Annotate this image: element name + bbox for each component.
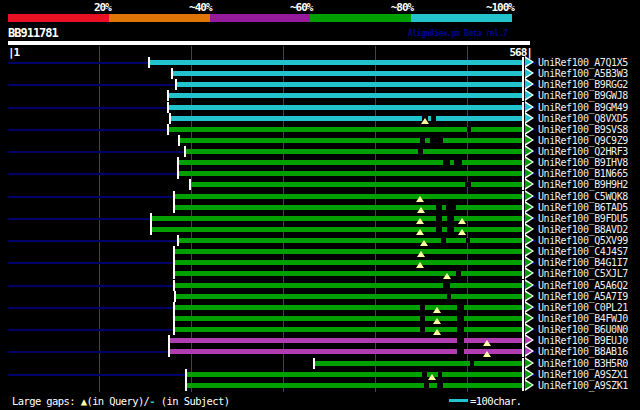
query-gap-triangle bbox=[433, 307, 441, 313]
hit-bar[interactable] bbox=[175, 205, 522, 210]
hit-label[interactable]: UniRef100_B9GM49 bbox=[538, 102, 628, 113]
hit-label[interactable]: UniRef100_Q9C9Z9 bbox=[538, 135, 628, 146]
alignment-end-tick bbox=[522, 369, 524, 380]
hit-label[interactable]: UniRef100_B4FWJ0 bbox=[538, 313, 628, 324]
hit-bar[interactable] bbox=[187, 372, 522, 377]
hit-label[interactable]: UniRef100_A5B3W3 bbox=[538, 68, 628, 79]
hit-bar[interactable] bbox=[179, 160, 522, 165]
hit-bar[interactable] bbox=[152, 216, 522, 221]
query-gap-triangle bbox=[417, 207, 425, 213]
hit-bar[interactable] bbox=[175, 271, 522, 276]
alignment-end-tick bbox=[522, 179, 524, 190]
alignment-start-tick bbox=[167, 124, 169, 135]
query-bar bbox=[8, 41, 530, 45]
hit-bar[interactable] bbox=[175, 316, 522, 321]
subject-gap-dash bbox=[465, 182, 471, 187]
identity-scale-label: ~80% bbox=[343, 1, 413, 14]
alignment-rows: UniRef100_A7Q1X5UniRef100_A5B3W3UniRef10… bbox=[8, 57, 640, 393]
hit-label[interactable]: UniRef100_Q2HRF3 bbox=[538, 146, 628, 157]
arrowhead-fill bbox=[525, 80, 532, 88]
hit-label[interactable]: UniRef100_B9IHV8 bbox=[538, 157, 628, 168]
alignment-row: UniRef100_B9EUJ0 bbox=[8, 335, 640, 346]
hit-bar[interactable] bbox=[152, 227, 522, 232]
hit-bar[interactable] bbox=[169, 93, 522, 98]
hit-label[interactable]: UniRef100_B9RGG2 bbox=[538, 79, 628, 90]
hit-label[interactable]: UniRef100_C4J4S7 bbox=[538, 246, 628, 257]
hit-bar[interactable] bbox=[180, 138, 522, 143]
hit-bar[interactable] bbox=[315, 361, 522, 366]
hit-bar[interactable] bbox=[186, 149, 522, 154]
hit-bar[interactable] bbox=[150, 60, 522, 65]
query-gap-triangle bbox=[416, 229, 424, 235]
alignment-end-tick bbox=[522, 246, 524, 257]
gap-legend: Large gaps: ▲(in Query)/- (in Subject) bbox=[12, 395, 229, 407]
hit-label[interactable]: UniRef100_C5WQK8 bbox=[538, 191, 628, 202]
alignment-row: UniRef100_B9GWJ8 bbox=[8, 90, 640, 101]
query-gap-triangle bbox=[421, 118, 429, 124]
subject-gap-dash bbox=[420, 138, 426, 143]
query-gap-triangle bbox=[416, 196, 424, 202]
hit-bar[interactable] bbox=[175, 194, 522, 199]
alignment-end-tick bbox=[522, 213, 524, 224]
hit-bar[interactable] bbox=[175, 283, 522, 288]
hit-label[interactable]: UniRef100_B3H5R0 bbox=[538, 358, 628, 369]
hit-label[interactable]: UniRef100_Q8VXD5 bbox=[538, 113, 628, 124]
hit-label[interactable]: UniRef100_A9SZK1 bbox=[538, 380, 628, 391]
hit-bar[interactable] bbox=[170, 349, 522, 354]
hit-label[interactable]: UniRef100_B4G1I7 bbox=[538, 257, 628, 268]
hit-bar[interactable] bbox=[187, 383, 522, 388]
hit-label[interactable]: UniRef100_B9EUJ0 bbox=[538, 335, 628, 346]
hit-bar[interactable] bbox=[173, 71, 522, 76]
hit-bar[interactable] bbox=[176, 294, 522, 299]
subject-gap-dash bbox=[438, 372, 442, 377]
hit-label[interactable]: UniRef100_B6U0N0 bbox=[538, 324, 628, 335]
alignment-end-tick bbox=[522, 280, 524, 291]
hit-bar[interactable] bbox=[191, 182, 522, 187]
hit-label[interactable]: UniRef100_B9SVS8 bbox=[538, 124, 628, 135]
alignment-row: UniRef100_B4G1I7 bbox=[8, 257, 640, 268]
hit-label[interactable]: UniRef100_B9GWJ8 bbox=[538, 90, 628, 101]
hit-label[interactable]: UniRef100_B9FDU5 bbox=[538, 213, 628, 224]
hit-label[interactable]: UniRef100_A5A7I9 bbox=[538, 291, 628, 302]
hit-bar[interactable] bbox=[171, 116, 522, 121]
alignment-start-tick bbox=[173, 324, 175, 335]
hit-bar[interactable] bbox=[175, 260, 522, 265]
arrowhead-fill bbox=[525, 347, 532, 355]
alignment-end-tick bbox=[522, 268, 524, 279]
hit-bar[interactable] bbox=[175, 327, 522, 332]
hit-bar[interactable] bbox=[175, 305, 522, 310]
hit-label[interactable]: UniRef100_B8AVD2 bbox=[538, 224, 628, 235]
alignment-end-tick bbox=[522, 257, 524, 268]
hit-label[interactable]: UniRef100_A7Q1X5 bbox=[538, 57, 628, 68]
hit-bar[interactable] bbox=[175, 249, 522, 254]
hit-label[interactable]: UniRef100_B9H9H2 bbox=[538, 179, 628, 190]
hit-label[interactable]: UniRef100_C5XJL7 bbox=[538, 268, 628, 279]
alignment-row: UniRef100_B4FWJ0 bbox=[8, 313, 640, 324]
query-gap-triangle bbox=[428, 374, 436, 380]
alignment-start-tick bbox=[168, 335, 170, 346]
arrowhead-fill bbox=[525, 180, 532, 188]
hit-bar[interactable] bbox=[169, 105, 522, 110]
alignment-end-tick bbox=[522, 146, 524, 157]
scale-length-label: =100char. bbox=[470, 395, 522, 407]
hit-bar[interactable] bbox=[179, 171, 522, 176]
hit-label[interactable]: UniRef100_A5A6Q2 bbox=[538, 280, 628, 291]
hit-label[interactable]: UniRef100_B6TAD5 bbox=[538, 202, 628, 213]
hit-bar[interactable] bbox=[170, 338, 522, 343]
arrowhead-fill bbox=[525, 281, 532, 289]
subject-gap-dash bbox=[436, 205, 442, 210]
hit-label[interactable]: UniRef100_Q5XV99 bbox=[538, 235, 628, 246]
hit-label[interactable]: UniRef100_B1N665 bbox=[538, 168, 628, 179]
hit-label[interactable]: UniRef100_A9SZX1 bbox=[538, 369, 628, 380]
alignment-row: UniRef100_Q2HRF3 bbox=[8, 146, 640, 157]
hit-label[interactable]: UniRef100_B8AB16 bbox=[538, 346, 628, 357]
hit-bar[interactable] bbox=[177, 82, 522, 87]
hit-bar[interactable] bbox=[179, 238, 522, 243]
hit-label[interactable]: UniRef100_C0PL21 bbox=[538, 302, 628, 313]
query-gap-triangle bbox=[417, 251, 425, 257]
alignment-row: UniRef100_B9SVS8 bbox=[8, 124, 640, 135]
identity-scale-bar bbox=[8, 14, 512, 22]
query-gap-triangle bbox=[458, 229, 466, 235]
alignment-start-tick bbox=[168, 346, 170, 357]
alignment-start-tick bbox=[189, 179, 191, 190]
